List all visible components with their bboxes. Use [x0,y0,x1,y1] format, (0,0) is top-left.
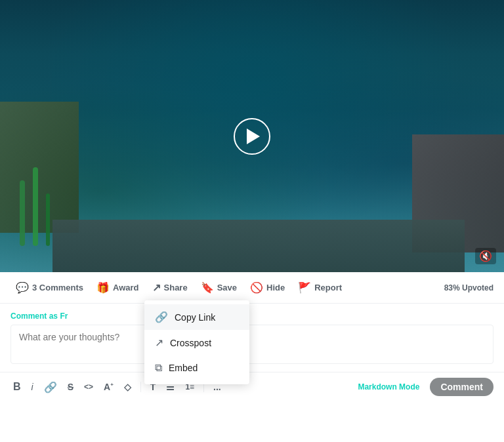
report-icon: 🚩 [298,281,311,294]
spoiler-button[interactable]: ◇ [121,380,134,393]
report-label: Report [314,283,342,292]
upvote-percentage: 83% Upvoted [444,283,494,292]
save-icon: 🔖 [201,281,214,294]
comment-section: Comment as Fr 🔗 Copy Link ↗ Crosspost ⧉ … [0,304,504,367]
action-bar: 💬 3 Comments 🎁 Award ↗ Share 🔖 Save 🚫 Hi… [0,272,504,304]
share-icon: ↗ [152,281,161,294]
embed-icon: ⧉ [155,362,162,374]
crosspost-item[interactable]: ↗ Crosspost [144,330,249,355]
play-icon [247,129,260,144]
comments-icon: 💬 [16,281,29,294]
comment-submit-button[interactable]: Comment [430,378,494,396]
award-label: Award [113,283,139,292]
block-decoration-bottom [52,220,465,272]
save-button[interactable]: 🔖 Save [196,277,242,298]
strikethrough-button[interactable]: S [65,380,76,393]
share-dropdown: 🔗 Copy Link ↗ Crosspost ⧉ Embed [144,300,249,384]
comments-label: 3 Comments [32,283,83,292]
comment-input[interactable] [10,325,494,364]
share-label: Share [164,283,188,292]
comment-as-prefix: Comment as [10,311,58,321]
comments-button[interactable]: 💬 3 Comments [10,277,89,298]
comment-as-user: Fr [60,311,68,321]
copy-link-item[interactable]: 🔗 Copy Link [144,304,249,330]
play-button[interactable] [234,118,270,155]
copy-link-icon: 🔗 [155,311,168,323]
award-icon: 🎁 [96,281,110,294]
markdown-mode-toggle[interactable]: Markdown Mode [358,382,419,392]
share-button[interactable]: ↗ Share [147,277,193,298]
code-button[interactable]: <> [81,381,96,393]
crosspost-label: Crosspost [170,338,211,348]
comment-toolbar: B i 🔗 S <> A+ ◇ T ☰ 1≡ ... Markdown Mode… [0,372,504,401]
seaweed-3 [46,193,50,246]
hide-label: Hide [266,283,285,292]
embed-label: Embed [169,363,198,373]
comment-as-label: Comment as Fr [10,311,494,321]
link-button[interactable]: 🔗 [41,380,60,395]
seaweed-1 [20,180,25,246]
toolbar-separator-1 [140,382,141,392]
hide-button[interactable]: 🚫 Hide [245,277,290,298]
italic-button[interactable]: i [29,380,36,393]
save-label: Save [217,283,237,292]
superscript-button[interactable]: A+ [101,380,116,393]
embed-item[interactable]: ⧉ Embed [144,355,249,380]
video-player[interactable]: 🔇 [0,0,504,272]
mute-button[interactable]: 🔇 [475,248,496,264]
block-decoration-left [0,102,79,233]
report-button[interactable]: 🚩 Report [293,277,347,298]
award-button[interactable]: 🎁 Award [91,277,144,298]
crosspost-icon: ↗ [155,336,163,349]
bold-button[interactable]: B [10,380,24,394]
seaweed-2 [33,167,38,246]
copy-link-label: Copy Link [175,312,215,323]
hide-icon: 🚫 [250,281,263,294]
